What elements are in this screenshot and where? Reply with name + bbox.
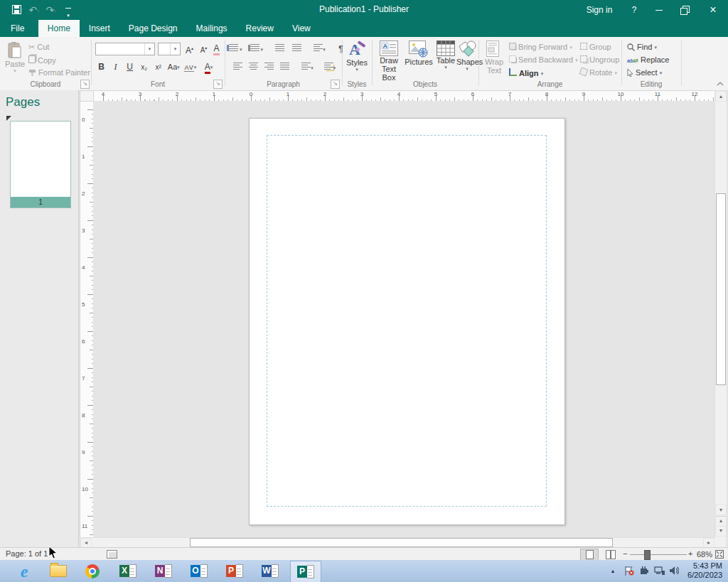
line-spacing-button[interactable] [301, 63, 311, 70]
bullets-button[interactable] [229, 44, 238, 52]
taskbar-outlook-icon[interactable]: O [186, 561, 212, 581]
help-button[interactable]: ? [624, 0, 644, 20]
shrink-font-button[interactable]: A▾ [198, 43, 210, 55]
font-size-dropdown-icon[interactable]: ▾ [170, 43, 180, 55]
bring-forward-button[interactable]: Bring Forward ▾ [509, 43, 572, 51]
taskbar-internet-explorer-icon[interactable]: e [11, 561, 37, 581]
tab-view[interactable]: View [283, 20, 320, 37]
tab-mailings[interactable]: Mailings [187, 20, 237, 37]
collapse-ribbon-button[interactable] [715, 80, 725, 88]
vertical-scrollbar-thumb[interactable] [716, 193, 726, 385]
tab-review[interactable]: Review [237, 20, 283, 37]
align-left-button[interactable] [233, 63, 242, 70]
zoom-slider-thumb[interactable] [644, 550, 651, 560]
format-painter-button[interactable]: Format Painter [28, 68, 90, 77]
table-button[interactable]: Table ▾ [435, 41, 456, 82]
taskbar-chrome-icon[interactable] [80, 561, 105, 581]
align-button[interactable]: Align ▾ [509, 68, 543, 77]
taskbar-powerpoint-icon[interactable]: P [222, 561, 247, 581]
columns-dropdown-icon[interactable]: ▾ [323, 47, 326, 52]
borders-button[interactable] [324, 63, 333, 70]
group-button[interactable]: Group [580, 43, 611, 51]
taskbar-clock[interactable]: 5:43 PM 6/20/2023 [687, 561, 722, 580]
zoom-level[interactable]: 68% [697, 550, 712, 559]
numbering-button[interactable] [250, 44, 259, 52]
minimize-button[interactable] [648, 0, 670, 20]
bold-button[interactable]: B [95, 61, 107, 73]
tab-page-design[interactable]: Page Design [119, 20, 187, 37]
taskbar-file-explorer-icon[interactable] [46, 561, 71, 581]
decrease-indent-button[interactable] [275, 44, 284, 52]
cut-button[interactable]: ✂ Cut [28, 43, 49, 52]
tab-file[interactable]: File [0, 20, 35, 37]
power-icon[interactable] [640, 566, 649, 576]
zoom-in-button[interactable]: + [688, 549, 692, 558]
pictures-button[interactable]: Pictures [404, 41, 434, 82]
sign-in-button[interactable]: Sign in [582, 0, 617, 20]
taskbar-word-icon[interactable]: W [257, 561, 283, 581]
grow-font-button[interactable]: A▴ [183, 43, 196, 55]
two-page-spread-button[interactable] [601, 549, 620, 561]
taskbar-publisher-icon[interactable]: P [290, 561, 321, 582]
horizontal-scrollbar-thumb[interactable] [190, 538, 613, 547]
previous-page-button[interactable]: ▴ [715, 516, 727, 527]
wrap-text-button[interactable]: Wrap Text [482, 41, 506, 82]
tab-insert[interactable]: Insert [80, 20, 119, 37]
taskbar-onenote-icon[interactable]: N [151, 561, 176, 581]
numbering-dropdown-icon[interactable]: ▾ [261, 47, 264, 52]
next-page-button[interactable]: ▾ [715, 526, 727, 537]
pages-panel-collapse-icon[interactable] [6, 116, 11, 121]
page-thumbnail[interactable]: 1 [10, 121, 71, 208]
speaker-icon[interactable] [669, 566, 679, 576]
paragraph-dialog-launcher[interactable]: ↘ [331, 80, 340, 89]
subscript-button[interactable]: x₂ [138, 61, 150, 73]
rotate-button[interactable]: Rotate ▾ [580, 68, 617, 77]
font-name-dropdown-icon[interactable]: ▾ [144, 43, 154, 55]
action-center-flag-icon[interactable] [624, 566, 634, 576]
select-button[interactable]: Select ▾ [627, 68, 662, 77]
italic-button[interactable]: I [109, 61, 122, 73]
publication-page[interactable] [249, 118, 565, 525]
scroll-down-button[interactable]: ▾ [715, 505, 727, 515]
page-indicator[interactable]: Page: 1 of 1 [6, 549, 48, 558]
restore-button[interactable] [674, 0, 695, 20]
scroll-up-button[interactable]: ▴ [715, 91, 727, 102]
scroll-right-button[interactable]: ▸ [703, 538, 714, 548]
font-color-button[interactable]: A▾ [200, 61, 216, 73]
draw-text-box-button[interactable]: A Draw Text Box [375, 41, 403, 82]
single-page-view-button[interactable] [580, 549, 599, 561]
object-position-indicator[interactable] [107, 550, 117, 559]
tab-home[interactable]: Home [38, 20, 80, 37]
styles-button[interactable]: A Styles ▾ [344, 41, 370, 80]
columns-button[interactable] [314, 44, 323, 52]
clipboard-dialog-launcher[interactable]: ↘ [80, 80, 90, 89]
paste-button[interactable]: Paste ▾ [4, 41, 26, 81]
increase-indent-button[interactable] [292, 44, 301, 52]
send-backward-button[interactable]: Send Backward ▾ [509, 55, 578, 64]
shapes-button[interactable]: Shapes ▾ [456, 41, 478, 82]
copy-button[interactable]: Copy [28, 55, 56, 65]
close-button[interactable]: × [701, 0, 725, 20]
line-spacing-dropdown-icon[interactable]: ▾ [311, 65, 314, 70]
show-hidden-icons-button[interactable]: ▴ [611, 560, 614, 582]
document-canvas[interactable] [93, 101, 714, 537]
font-name-combobox[interactable]: ▾ [95, 43, 155, 55]
replace-button[interactable]: ab⇄ Replace [627, 55, 669, 64]
zoom-slider-track[interactable] [630, 554, 687, 555]
align-center-button[interactable] [249, 63, 258, 70]
underline-button[interactable]: U [124, 61, 136, 73]
borders-dropdown-icon[interactable]: ▾ [333, 65, 336, 70]
taskbar-excel-icon[interactable]: X [115, 561, 141, 581]
scroll-left-button[interactable]: ◂ [80, 538, 92, 548]
vertical-ruler[interactable]: 01234567891011 [80, 101, 95, 538]
ungroup-button[interactable]: Ungroup [580, 55, 619, 64]
clear-formatting-button[interactable]: A [210, 43, 223, 55]
character-spacing-button[interactable]: AV▾ [183, 61, 198, 73]
font-dialog-launcher[interactable]: ↘ [213, 80, 223, 89]
network-icon[interactable] [654, 566, 665, 576]
justify-button[interactable] [280, 63, 289, 70]
align-right-button[interactable] [264, 63, 274, 70]
bullets-dropdown-icon[interactable]: ▾ [240, 47, 242, 52]
superscript-button[interactable]: x² [152, 61, 164, 73]
fit-to-window-button[interactable] [715, 550, 724, 559]
